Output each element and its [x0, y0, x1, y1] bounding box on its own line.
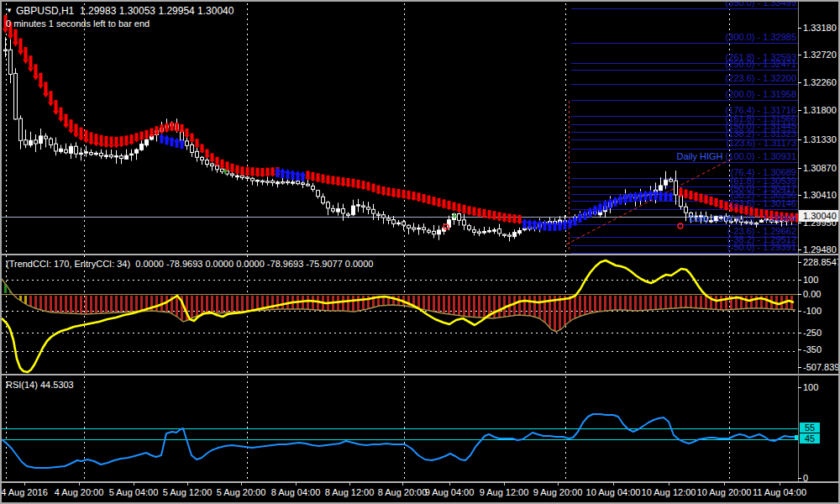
trend-down-arrow — [60, 108, 63, 118]
cci-histogram-bar — [75, 296, 77, 313]
trend-up-arrow — [569, 221, 572, 228]
trend-down-arrow-tip — [456, 210, 462, 213]
candle-body — [241, 176, 244, 177]
cci-histogram-bar — [725, 296, 727, 310]
cci-histogram-bar — [80, 296, 82, 314]
rsi-scale-label: 0 — [803, 473, 808, 483]
trend-up-arrow-tip — [638, 191, 643, 195]
rsi-scale-label: 100 — [803, 382, 818, 392]
candle-body — [483, 232, 486, 234]
pane-splitter-cci[interactable] — [2, 254, 840, 255]
cci-histogram-bar — [458, 296, 460, 316]
candle-body — [65, 150, 68, 153]
trend-down-arrow — [226, 161, 229, 168]
candle-body — [256, 180, 260, 181]
trend-down-arrow-tip — [43, 93, 49, 97]
trend-down-arrow — [710, 197, 713, 203]
time-axis-tick — [504, 482, 505, 486]
trend-down-arrow — [115, 137, 118, 145]
pane-splitter-rsi[interactable] — [2, 374, 840, 375]
candle-body — [407, 225, 411, 228]
trend-down-arrow-tip — [748, 213, 754, 216]
price-scale-label: 1.30870 — [803, 163, 837, 173]
sell-circle-marker — [678, 223, 683, 228]
candle-body — [700, 216, 703, 217]
candle-body — [302, 183, 305, 185]
trend-down-arrow-tip — [325, 182, 331, 185]
cci-histogram-bar — [433, 296, 435, 312]
trend-down-arrow — [382, 186, 386, 193]
trend-down-arrow-tip — [446, 207, 452, 210]
trend-down-arrow-tip — [194, 145, 200, 148]
trend-up-arrow — [559, 224, 562, 231]
cci-histogram-bar — [543, 296, 546, 323]
trend-down-arrow — [135, 133, 139, 139]
trend-up-arrow-tip — [592, 205, 598, 209]
trend-down-arrow-tip — [209, 160, 215, 162]
trend-down-arrow — [680, 188, 683, 195]
chart-canvas[interactable] — [2, 2, 840, 504]
trend-up-arrow — [629, 196, 633, 202]
trend-down-arrow — [508, 214, 512, 221]
cci-histogram-bar — [685, 296, 687, 307]
trend-down-arrow-tip — [350, 186, 356, 188]
trend-up-arrow-tip — [300, 171, 306, 176]
candle-body — [690, 213, 693, 216]
cci-scale-label: -100 — [803, 306, 822, 316]
trend-down-arrow — [181, 124, 184, 131]
cci-scale-label: 100 — [803, 275, 818, 285]
trend-down-arrow-tip — [396, 196, 402, 198]
cci-histogram-bar — [564, 296, 566, 326]
scale-tick — [798, 55, 801, 55]
cci-histogram-bar — [276, 296, 279, 309]
trend-up-arrow-tip — [169, 136, 175, 140]
trend-down-arrow-tip — [18, 50, 24, 55]
cci-histogram-bar — [443, 296, 445, 313]
trend-down-arrow — [503, 213, 507, 220]
trend-down-arrow — [453, 202, 456, 209]
trend-up-arrow — [554, 224, 557, 231]
cci-histogram-bar — [644, 296, 647, 310]
candle-body — [206, 160, 209, 165]
trend-up-arrow — [160, 137, 164, 144]
trend-down-arrow — [14, 29, 18, 42]
candle-body — [372, 209, 375, 213]
trend-down-arrow-tip — [406, 197, 412, 200]
cci-histogram-bar — [715, 296, 717, 309]
cci-histogram-bar — [448, 296, 450, 314]
price-scale[interactable] — [798, 2, 840, 481]
candle-body — [377, 214, 381, 215]
trend-down-arrow — [160, 124, 164, 131]
cci-histogram-bar — [675, 296, 677, 308]
trend-down-arrow-tip — [451, 209, 457, 212]
cci-histogram-bar — [649, 296, 652, 310]
cci-histogram-bar — [216, 296, 218, 313]
trend-down-arrow-tip — [708, 203, 714, 206]
scale-tick — [798, 223, 801, 223]
candle-body — [90, 153, 93, 155]
price-scale-label: 1.31800 — [803, 105, 837, 115]
time-axis-label: 5 Aug 12:00 — [163, 487, 213, 497]
trend-down-arrow-tip — [733, 211, 739, 213]
trend-down-arrow — [372, 184, 375, 191]
trend-down-arrow — [342, 177, 345, 184]
cci-histogram-bar — [538, 296, 541, 318]
cci-histogram-bar — [604, 296, 606, 311]
cci-histogram-bar — [362, 296, 365, 310]
cci-histogram-bar — [599, 296, 601, 312]
candle-body — [438, 230, 441, 234]
trend-down-arrow-tip — [270, 174, 276, 176]
cci-histogram-bar — [594, 296, 596, 312]
trend-up-arrow — [639, 194, 643, 201]
trend-down-arrow — [75, 123, 78, 134]
trend-up-arrow — [614, 200, 617, 207]
trend-down-arrow-tip — [421, 201, 427, 203]
trend-down-arrow-tip — [48, 102, 54, 107]
trend-down-arrow-tip — [139, 138, 144, 140]
candle-body — [4, 50, 8, 50]
cci-histogram-bar — [251, 296, 254, 311]
symbol-dropdown-icon[interactable]: ▼ — [6, 7, 13, 14]
trend-down-arrow — [39, 73, 43, 85]
trend-down-arrow — [251, 167, 255, 174]
trend-down-arrow — [488, 210, 491, 217]
